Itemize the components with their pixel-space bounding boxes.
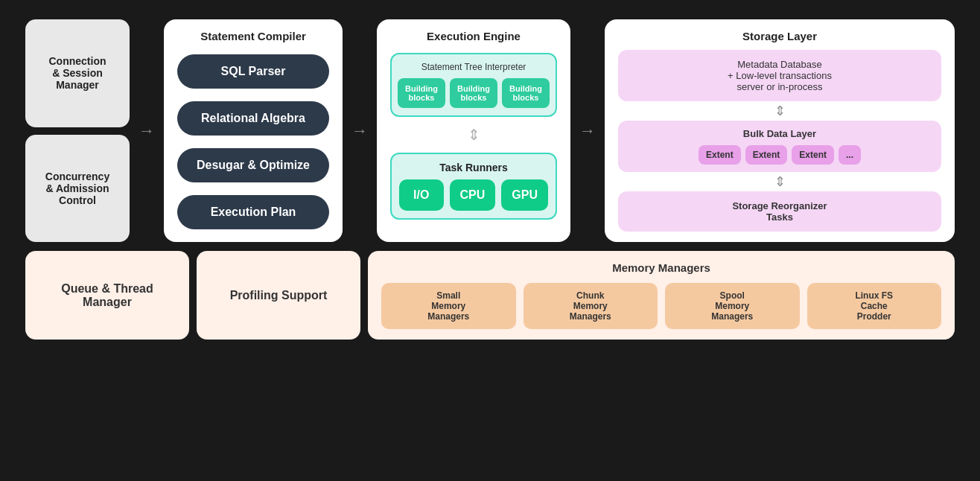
runners-row: I/O CPU GPU: [399, 179, 548, 211]
building-block-3: Buildingblocks: [502, 78, 550, 108]
left-to-compiler-arrow: →: [137, 19, 156, 242]
bottom-row: Queue & Thread Manager Profiling Support…: [25, 251, 955, 340]
gpu-runner: GPU: [501, 179, 548, 211]
building-block-2: Buildingblocks: [450, 78, 497, 108]
compiler-title: Statement Compiler: [177, 30, 329, 42]
metadata-box: Metadata Database + Low-level transactio…: [618, 50, 941, 101]
building-block-1: Buildingblocks: [398, 78, 445, 108]
compiler-items: SQL Parser Relational Algebra Desugar & …: [177, 51, 329, 232]
small-memory-managers: SmallMemoryManagers: [381, 283, 516, 329]
building-blocks-row: Buildingblocks Buildingblocks Buildingbl…: [399, 78, 548, 108]
engine-vertical-arrow: ⇕: [390, 124, 557, 145]
compiler-to-engine-arrow: →: [350, 19, 369, 242]
top-row: Connection & Session Manager Concurrency…: [25, 19, 955, 242]
extent-1: Extent: [699, 145, 741, 165]
engine-title: Execution Engine: [390, 30, 557, 42]
compiler-box: Statement Compiler SQL Parser Relational…: [164, 19, 343, 242]
extent-2: Extent: [745, 145, 788, 165]
extent-ellipsis: ...: [839, 145, 861, 165]
engine-to-storage-arrow: →: [578, 19, 597, 242]
task-runners-title: Task Runners: [399, 162, 548, 173]
extent-3: Extent: [792, 145, 834, 165]
concurrency-box: Concurrency & Admission Control: [25, 135, 130, 243]
memory-managers-title: Memory Managers: [381, 261, 941, 274]
cpu-runner: CPU: [450, 179, 496, 211]
storage-arrow-1: ⇕: [618, 101, 941, 121]
io-runner: I/O: [399, 179, 444, 211]
linux-fs-cache-prodder: Linux FSCacheProdder: [807, 283, 942, 329]
left-column: Connection & Session Manager Concurrency…: [25, 19, 130, 242]
task-runners-box: Task Runners I/O CPU GPU: [390, 153, 557, 220]
statement-tree-title: Statement Tree Interpreter: [399, 62, 548, 72]
profiling-support-box: Profiling Support: [197, 251, 360, 340]
storage-arrow-2: ⇕: [618, 172, 941, 191]
connection-session-box: Connection & Session Manager: [25, 19, 130, 127]
storage-title: Storage Layer: [618, 30, 941, 42]
execution-plan-pill: Execution Plan: [177, 195, 329, 229]
storage-inner: Metadata Database + Low-level transactio…: [618, 50, 941, 232]
memory-managers-row: SmallMemoryManagers ChunkMemoryManagers …: [381, 283, 941, 329]
storage-box: Storage Layer Metadata Database + Low-le…: [605, 19, 955, 242]
statement-tree-box: Statement Tree Interpreter Buildingblock…: [390, 53, 557, 117]
relational-algebra-pill: Relational Algebra: [177, 101, 329, 136]
chunk-memory-managers: ChunkMemoryManagers: [524, 283, 658, 329]
spool-memory-managers: SpoolMemoryManagers: [665, 283, 800, 329]
bulk-data-title: Bulk Data Layer: [629, 128, 931, 139]
desugar-pill: Desugar & Optimize: [177, 148, 329, 182]
extent-row: Extent Extent Extent ...: [629, 145, 931, 165]
sql-parser-pill: SQL Parser: [177, 54, 329, 89]
reorg-box: Storage Reorganizer Tasks: [618, 191, 941, 232]
bulk-data-box: Bulk Data Layer Extent Extent Extent ...: [618, 121, 941, 172]
memory-managers-box: Memory Managers SmallMemoryManagers Chun…: [368, 251, 955, 340]
execution-engine-box: Execution Engine Statement Tree Interpre…: [377, 19, 570, 242]
diagram-container: Connection & Session Manager Concurrency…: [13, 7, 967, 477]
queue-thread-box: Queue & Thread Manager: [25, 251, 189, 340]
